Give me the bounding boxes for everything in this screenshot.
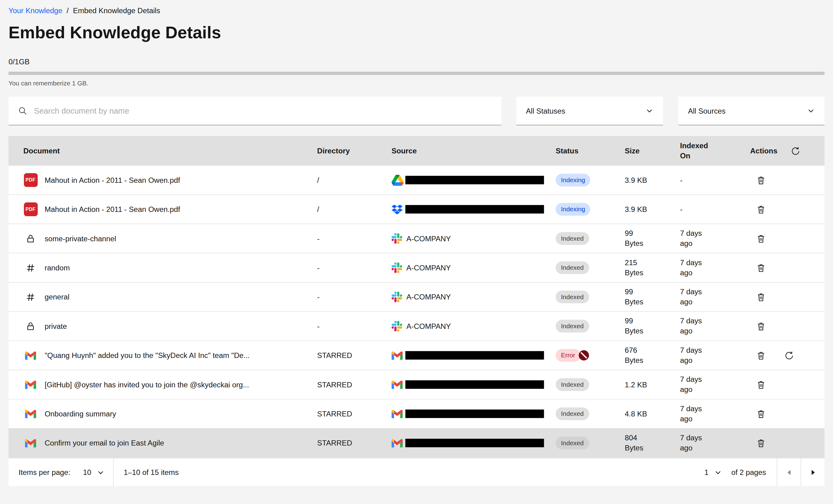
status-cell: Indexed xyxy=(547,437,617,450)
slack-icon xyxy=(391,262,405,273)
status-cell: Indexed xyxy=(547,378,617,391)
table-row[interactable]: some-private-channel-A-COMPANYIndexed99 … xyxy=(8,224,825,253)
table-row[interactable]: PDFMahout in Action - 2011 - Sean Owen.p… xyxy=(8,166,825,195)
directory-cell: - xyxy=(309,322,383,330)
status-cell: Indexed xyxy=(547,232,617,245)
chevron-down-icon xyxy=(646,107,653,115)
delete-button[interactable] xyxy=(754,319,767,333)
search-input[interactable] xyxy=(34,106,492,115)
previous-page-button[interactable] xyxy=(777,458,801,486)
pdf-icon: PDF xyxy=(23,173,38,187)
document-cell: random xyxy=(8,263,309,273)
column-header-directory: Directory xyxy=(309,147,383,155)
indexed-on-cell: 7 days ago xyxy=(672,287,742,307)
actions-cell xyxy=(742,232,825,245)
indexed-on-cell: 7 days ago xyxy=(672,229,742,249)
breadcrumb-current: Embed Knowledge Details xyxy=(73,6,160,15)
size-cell: 1.2 KB xyxy=(616,379,671,389)
indexed-on-cell: - xyxy=(672,204,742,214)
table-row[interactable]: general-A-COMPANYIndexed99 Bytes7 days a… xyxy=(8,283,825,312)
source-cell xyxy=(383,409,547,418)
actions-cell xyxy=(742,349,825,362)
caret-right-icon xyxy=(808,467,817,476)
source-cell: A-COMPANY xyxy=(383,321,547,332)
size-cell: 804 Bytes xyxy=(616,433,671,453)
breadcrumb-your-knowledge-link[interactable]: Your Knowledge xyxy=(8,6,63,15)
page-number-select[interactable]: 1 xyxy=(696,458,730,486)
table-row[interactable]: private-A-COMPANYIndexed99 Bytes7 days a… xyxy=(8,312,825,341)
delete-button[interactable] xyxy=(754,261,767,274)
breadcrumb-separator: / xyxy=(67,6,69,15)
status-filter-dropdown[interactable]: All Statuses xyxy=(516,97,663,125)
document-name: Mahout in Action - 2011 - Sean Owen.pdf xyxy=(45,205,180,214)
document-cell: PDFMahout in Action - 2011 - Sean Owen.p… xyxy=(8,173,309,187)
documents-table: DocumentDirectorySourceStatusSizeIndexed… xyxy=(8,136,825,458)
delete-button[interactable] xyxy=(754,378,767,391)
status-badge: Indexed xyxy=(555,232,589,245)
gmail-icon xyxy=(23,409,38,418)
pagination-right: 1 of 2 pages xyxy=(696,458,825,486)
status-badge: Indexed xyxy=(555,261,589,274)
document-cell: general xyxy=(8,292,309,302)
delete-button[interactable] xyxy=(754,436,767,450)
table-row[interactable]: PDFMahout in Action - 2011 - Sean Owen.p… xyxy=(8,195,825,224)
items-per-page-label: Items per page: xyxy=(19,468,70,476)
document-name: private xyxy=(45,322,67,330)
delete-button[interactable] xyxy=(754,349,767,362)
status-badge: Indexing xyxy=(555,203,590,216)
refresh-table-button[interactable] xyxy=(789,144,802,158)
redacted-source-text xyxy=(405,176,544,184)
size-cell: 4.8 KB xyxy=(616,409,671,419)
size-cell: 676 Bytes xyxy=(616,345,671,366)
column-header-status: Status xyxy=(547,147,617,155)
directory-cell: STARRED xyxy=(309,439,383,447)
breadcrumb: Your Knowledge / Embed Knowledge Details xyxy=(0,0,833,15)
table-row[interactable]: Confirm your email to join East AgileSTA… xyxy=(8,429,825,458)
column-header-actions: Actions xyxy=(742,144,825,158)
document-name: "Quang Huynh" added you to the "SkyDeck … xyxy=(45,351,250,360)
column-header-source: Source xyxy=(383,147,547,155)
directory-cell: STARRED xyxy=(309,409,383,418)
document-cell: PDFMahout in Action - 2011 - Sean Owen.p… xyxy=(8,202,309,216)
source-cell xyxy=(383,174,547,186)
table-row[interactable]: [GitHub] @oyster has invited you to join… xyxy=(8,370,825,399)
delete-button[interactable] xyxy=(754,203,767,216)
next-page-button[interactable] xyxy=(801,458,825,486)
actions-cell xyxy=(742,436,825,450)
table-row[interactable]: random-A-COMPANYIndexed215 Bytes7 days a… xyxy=(8,253,825,282)
pagination-left: Items per page: 10 1–10 of 15 items xyxy=(8,458,179,486)
dropbox-icon xyxy=(391,204,405,214)
source-label: A-COMPANY xyxy=(405,234,451,243)
status-cell: Indexing xyxy=(547,174,617,187)
size-cell: 3.9 KB xyxy=(616,175,671,185)
source-filter-dropdown[interactable]: All Sources xyxy=(679,97,825,125)
delete-button[interactable] xyxy=(754,173,767,187)
redacted-source-text xyxy=(405,439,544,447)
status-cell: Indexed xyxy=(547,408,617,421)
indexed-on-cell: - xyxy=(672,175,742,185)
retry-button[interactable] xyxy=(783,349,795,362)
gmail-icon xyxy=(391,351,405,360)
document-name: random xyxy=(45,263,70,272)
size-cell: 99 Bytes xyxy=(616,287,671,307)
delete-button[interactable] xyxy=(754,290,767,304)
document-cell: private xyxy=(8,321,309,331)
directory-cell: - xyxy=(309,234,383,243)
status-cell: Indexed xyxy=(547,291,617,304)
storage-helper-text: You can rememberize 1 GB. xyxy=(8,80,825,87)
status-badge: Indexed xyxy=(555,408,589,421)
table-row[interactable]: Onboarding summarySTARREDIndexed4.8 KB7 … xyxy=(8,399,825,428)
hash-icon xyxy=(23,263,38,273)
delete-button[interactable] xyxy=(754,232,767,245)
size-cell: 99 Bytes xyxy=(616,229,671,249)
chevron-down-icon xyxy=(96,468,104,476)
directory-cell: STARRED xyxy=(309,380,383,389)
delete-button[interactable] xyxy=(754,407,767,421)
actions-cell xyxy=(742,378,825,391)
status-badge: Indexed xyxy=(555,437,589,450)
directory-cell: STARRED xyxy=(309,351,383,360)
indexed-on-cell: 7 days ago xyxy=(672,258,742,278)
table-row[interactable]: "Quang Huynh" added you to the "SkyDeck … xyxy=(8,341,825,370)
items-per-page-select[interactable]: 10 xyxy=(74,458,113,486)
source-cell: A-COMPANY xyxy=(383,233,547,244)
